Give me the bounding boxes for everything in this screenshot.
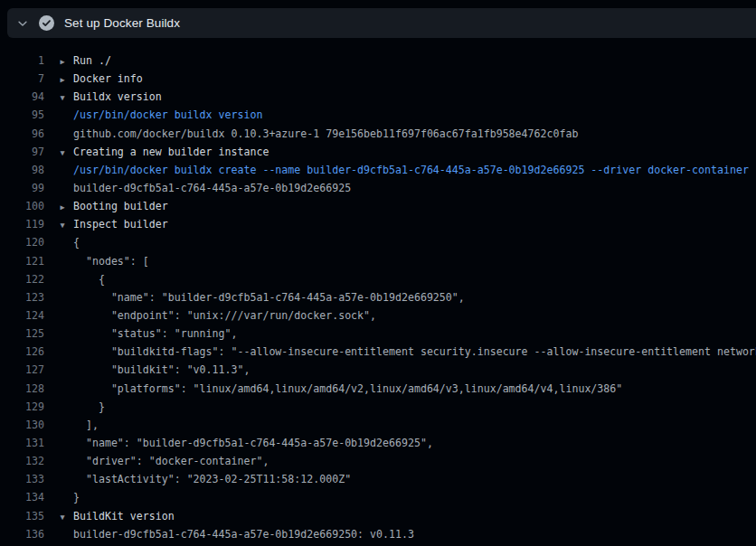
- log-text: ],: [73, 416, 99, 434]
- triangle-down-icon[interactable]: ▼: [55, 89, 70, 107]
- log-text: }: [73, 488, 80, 506]
- log-text[interactable]: Run ./: [73, 52, 111, 70]
- log-text: "platforms": "linux/amd64,linux/amd64/v2…: [73, 380, 622, 398]
- log-line: 121 "nodes": [: [0, 252, 756, 270]
- line-number[interactable]: 7: [0, 70, 44, 88]
- log-text: /usr/bin/docker buildx create --name bui…: [73, 161, 749, 179]
- log-line: 134 }: [0, 488, 756, 506]
- line-number[interactable]: 99: [0, 179, 44, 197]
- log-line: 94 ▼ Buildx version: [0, 88, 756, 106]
- line-number[interactable]: 122: [0, 270, 44, 288]
- log-text: /usr/bin/docker buildx version: [73, 106, 262, 124]
- log-text[interactable]: BuildKit version: [73, 507, 175, 525]
- line-number[interactable]: 1: [0, 52, 44, 70]
- log-text: "name": "builder-d9cfb5a1-c764-445a-a57e…: [73, 434, 433, 452]
- log-line: 96 github.com/docker/buildx 0.10.3+azure…: [0, 125, 756, 143]
- log-line: 98 /usr/bin/docker buildx create --name …: [0, 161, 756, 179]
- log-text[interactable]: Docker info: [73, 70, 143, 88]
- line-number[interactable]: 97: [0, 143, 44, 161]
- line-number[interactable]: 132: [0, 452, 44, 470]
- log-text[interactable]: Buildx version: [73, 88, 162, 106]
- log-text: "status": "running",: [73, 325, 237, 343]
- log-line: 122 {: [0, 270, 756, 288]
- log-text[interactable]: Creating a new builder instance: [73, 143, 269, 161]
- line-number[interactable]: 100: [0, 197, 44, 215]
- log-text[interactable]: Booting builder: [73, 197, 168, 215]
- log-line: 124 "endpoint": "unix:///var/run/docker.…: [0, 306, 756, 325]
- log-text: "name": "builder-d9cfb5a1-c764-445a-a57e…: [73, 288, 465, 306]
- log-text: builder-d9cfb5a1-c764-445a-a57e-0b19d2e6…: [73, 525, 414, 543]
- log-text[interactable]: Inspect builder: [73, 215, 168, 233]
- check-circle-icon: [39, 15, 54, 31]
- step-header[interactable]: Set up Docker Buildx: [7, 8, 756, 38]
- log-area: 1 ▶ Run ./ 7 ▶ Docker info 94 ▼ Buildx v…: [0, 38, 756, 543]
- log-line: 123 "name": "builder-d9cfb5a1-c764-445a-…: [0, 288, 756, 306]
- triangle-down-icon[interactable]: ▼: [55, 144, 70, 162]
- chevron-down-icon[interactable]: [15, 16, 30, 31]
- log-line: 1 ▶ Run ./: [0, 52, 756, 70]
- triangle-right-icon[interactable]: ▶: [55, 198, 70, 216]
- line-number[interactable]: 124: [0, 306, 44, 325]
- log-text: "driver": "docker-container",: [73, 452, 269, 470]
- log-line: 130 ],: [0, 416, 756, 434]
- line-number[interactable]: 128: [0, 380, 44, 398]
- line-number[interactable]: 125: [0, 325, 44, 343]
- log-line: 131 "name": "builder-d9cfb5a1-c764-445a-…: [0, 434, 756, 452]
- line-number[interactable]: 95: [0, 106, 44, 124]
- log-line: 135 ▼ BuildKit version: [0, 507, 756, 525]
- log-text: "endpoint": "unix:///var/run/docker.sock…: [73, 306, 376, 325]
- log-text: "lastActivity": "2023-02-25T11:58:12.000…: [73, 470, 351, 488]
- log-line: 99 builder-d9cfb5a1-c764-445a-a57e-0b19d…: [0, 179, 756, 197]
- line-number[interactable]: 129: [0, 398, 44, 416]
- log-text: }: [73, 398, 105, 416]
- log-line: 128 "platforms": "linux/amd64,linux/amd6…: [0, 380, 756, 398]
- log-text: builder-d9cfb5a1-c764-445a-a57e-0b19d2e6…: [73, 179, 351, 197]
- line-number[interactable]: 134: [0, 488, 44, 506]
- step-title: Set up Docker Buildx: [64, 16, 180, 30]
- log-text: {: [73, 270, 105, 288]
- line-number[interactable]: 130: [0, 416, 44, 434]
- line-number[interactable]: 127: [0, 361, 44, 379]
- line-number[interactable]: 96: [0, 125, 44, 143]
- log-line: 119 ▼ Inspect builder: [0, 215, 756, 233]
- line-number[interactable]: 98: [0, 161, 44, 179]
- line-number[interactable]: 133: [0, 470, 44, 488]
- line-number[interactable]: 135: [0, 507, 44, 525]
- log-line: 97 ▼ Creating a new builder instance: [0, 143, 756, 161]
- triangle-right-icon[interactable]: ▶: [55, 52, 70, 71]
- log-line: 127 "buildkit": "v0.11.3",: [0, 361, 756, 379]
- triangle-down-icon[interactable]: ▼: [55, 216, 70, 234]
- line-number[interactable]: 120: [0, 233, 44, 251]
- log-text: github.com/docker/buildx 0.10.3+azure-1 …: [73, 125, 578, 143]
- log-line: 126 "buildkitd-flags": "--allow-insecure…: [0, 343, 756, 361]
- line-number[interactable]: 119: [0, 215, 44, 233]
- log-text: {: [73, 233, 80, 251]
- log-line: 132 "driver": "docker-container",: [0, 452, 756, 470]
- log-line: 95 /usr/bin/docker buildx version: [0, 106, 756, 124]
- log-line: 129 }: [0, 398, 756, 416]
- line-number[interactable]: 126: [0, 343, 44, 361]
- line-number[interactable]: 121: [0, 252, 44, 270]
- log-line: 7 ▶ Docker info: [0, 70, 756, 88]
- triangle-right-icon[interactable]: ▶: [55, 71, 70, 89]
- line-number[interactable]: 136: [0, 525, 44, 543]
- log-line: 136 builder-d9cfb5a1-c764-445a-a57e-0b19…: [0, 525, 756, 543]
- log-line: 125 "status": "running",: [0, 325, 756, 343]
- line-number[interactable]: 131: [0, 434, 44, 452]
- log-line: 133 "lastActivity": "2023-02-25T11:58:12…: [0, 470, 756, 488]
- line-number[interactable]: 94: [0, 88, 44, 106]
- log-line: 120 {: [0, 233, 756, 251]
- line-number[interactable]: 123: [0, 288, 44, 306]
- log-text: "nodes": [: [73, 252, 149, 270]
- log-text: "buildkit": "v0.11.3",: [73, 361, 250, 379]
- log-text: "buildkitd-flags": "--allow-insecure-ent…: [73, 343, 756, 361]
- triangle-down-icon[interactable]: ▼: [55, 508, 70, 526]
- log-line: 100 ▶ Booting builder: [0, 197, 756, 215]
